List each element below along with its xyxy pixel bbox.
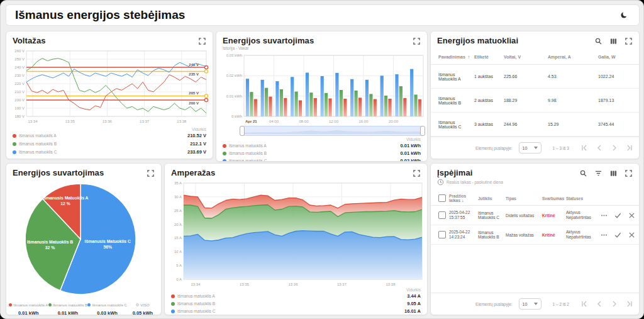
col-status[interactable]: Statuses [566, 196, 600, 201]
last-page-icon[interactable] [626, 301, 633, 308]
svg-text:08:00: 08:00 [299, 120, 309, 123]
row-checkbox[interactable] [438, 231, 446, 238]
voltage-line-chart: 180 V190 V200 V210 V220 V230 V240 V250 V… [9, 48, 211, 125]
svg-text:Išmanusis Matuoklis A: Išmanusis Matuoklis A [43, 196, 89, 200]
svg-text:12:00: 12:00 [329, 120, 339, 123]
brush-handle-left[interactable] [240, 126, 245, 136]
acknowledge-icon[interactable] [614, 211, 622, 220]
col-volts[interactable]: Voltai, V [504, 55, 548, 59]
header-bar: Išmanus energijos stebėjimas [6, 4, 640, 26]
pie-legend: Išmanus matuoklis A 0.01 kWh Išmanus mat… [9, 298, 158, 315]
search-icon[interactable] [579, 169, 587, 177]
select-all-checkbox[interactable] [438, 194, 446, 202]
sort-asc-icon: ↑ [468, 55, 470, 59]
svg-text:5 A: 5 A [176, 264, 182, 267]
col-amps[interactable]: Amperai, A [548, 55, 598, 59]
fullscreen-icon[interactable] [413, 37, 421, 45]
fullscreen-icon[interactable] [625, 169, 633, 177]
panel-energy-bars: Energijos suvartojimas Istorija - Vakar … [216, 31, 428, 162]
svg-text:20 A: 20 A [174, 223, 182, 227]
page-size-select[interactable]: 10 [519, 142, 541, 154]
page-range: 1 – 3 iš 3 [553, 146, 569, 150]
more-actions-icon[interactable] [600, 231, 608, 239]
svg-text:240 V: 240 V [14, 65, 25, 69]
svg-text:15 A: 15 A [174, 236, 182, 240]
legend-item: Išmanus matuoklis B 0.01 kWh [48, 298, 88, 315]
col-sensor[interactable]: Jutiklis [478, 196, 506, 201]
search-icon[interactable] [594, 37, 602, 45]
col-severity[interactable]: Svarbumas [542, 196, 566, 201]
fullscreen-icon[interactable] [625, 37, 633, 45]
prev-page-icon[interactable] [596, 145, 602, 152]
acknowledge-icon[interactable] [614, 231, 622, 239]
svg-text:235 V: 235 V [189, 72, 199, 76]
col-name[interactable]: Pavadinimas ↑ [438, 55, 474, 59]
svg-text:56%: 56% [103, 245, 112, 249]
svg-text:180 V: 180 V [14, 115, 25, 118]
fullscreen-icon[interactable] [147, 169, 155, 177]
svg-text:25 A: 25 A [174, 209, 182, 213]
legend-row: Išmanus matuoklis C0.02 kWh [223, 158, 421, 162]
panel-alarms: Įspėjimai Realus laikas - paskutinė dien… [430, 163, 640, 315]
svg-text:13:35: 13:35 [65, 120, 75, 123]
row-checkbox[interactable] [438, 211, 446, 219]
page-range: 1 – 2 iš 2 [553, 302, 569, 306]
fullscreen-icon[interactable] [198, 37, 206, 45]
legend-row: Išmanus matuoklis C233.69 V [13, 149, 206, 155]
brush-handle-right[interactable] [420, 126, 425, 136]
filter-icon[interactable] [594, 169, 602, 177]
time-range-brush[interactable] [240, 126, 425, 136]
svg-text:13:38: 13:38 [386, 283, 396, 286]
table-row[interactable]: Išmanus Matuoklis C3 aukštas244.9615.293… [431, 113, 639, 137]
first-page-icon[interactable] [580, 301, 587, 308]
prev-page-icon[interactable] [596, 301, 602, 308]
col-start-time[interactable]: Pradžios laikas↓ [449, 194, 478, 203]
series-a-dot [171, 294, 175, 298]
col-type[interactable]: Tipas [506, 196, 542, 201]
next-page-icon[interactable] [611, 301, 618, 308]
svg-text:13:36: 13:36 [103, 120, 113, 123]
svg-text:13:36: 13:36 [288, 283, 298, 286]
table-row[interactable]: Išmanus Matuoklis A1 aukštas225.664.5310… [431, 65, 639, 89]
panel-voltage: Voltažas 180 V190 V200 V210 V220 V230 V2… [6, 31, 213, 159]
dashboard: Išmanus energijos stebėjimas Voltažas 18… [0, 0, 644, 319]
fullscreen-icon[interactable] [413, 169, 421, 177]
legend-row: Išmanus matuoklis A210.52 V [13, 133, 206, 138]
columns-icon[interactable] [609, 169, 618, 177]
panel-amperage: Amperažas 0 A5 A10 A15 A20 A25 A30 A35 A… [164, 163, 428, 315]
legend-row: Išmanus matuoklis B212.1 V [13, 141, 206, 147]
series-c-dot [171, 310, 175, 313]
svg-text:190 V: 190 V [14, 106, 25, 110]
next-page-icon[interactable] [611, 145, 618, 152]
legend-item: Išmanus matuoklis C 0.03 kWh [87, 298, 127, 315]
alarm-row[interactable]: 2025-04-2215:37:55 Išmanus Matuoklis C D… [431, 206, 639, 225]
moon-icon [619, 11, 628, 20]
page-title: Išmanus energijos stebėjimas [15, 8, 185, 22]
first-page-icon[interactable] [580, 145, 587, 152]
svg-text:0.02 kWh: 0.02 kWh [226, 74, 242, 77]
more-actions-icon[interactable] [600, 211, 608, 220]
legend-header: Vidurkis [13, 127, 206, 132]
last-page-icon[interactable] [626, 145, 633, 152]
table-row[interactable]: Išmanus Matuoklis B2 aukštas188.299.9818… [431, 89, 639, 113]
paginator: Elementų puslapyje: 10 1 – 2 iš 2 [431, 293, 639, 315]
svg-text:0 A: 0 A [176, 277, 182, 281]
clear-icon[interactable] [628, 211, 636, 220]
chevron-down-icon [534, 147, 538, 149]
page-size-select[interactable]: 10 [519, 298, 541, 310]
col-label[interactable]: Etiketė [474, 55, 504, 59]
svg-text:13:37: 13:37 [337, 283, 347, 286]
svg-text:12 %: 12 % [60, 201, 70, 206]
svg-text:13:34: 13:34 [28, 120, 38, 123]
columns-icon[interactable] [609, 37, 618, 45]
clear-icon[interactable] [628, 231, 636, 239]
panel-title: Amperažas [171, 168, 215, 177]
legend-item-total: VISO 0.05 kWh [127, 298, 158, 315]
panel-subtitle: Istorija - Vakar [216, 45, 427, 50]
dark-mode-toggle[interactable] [618, 9, 630, 21]
svg-text:230 V: 230 V [14, 74, 25, 77]
alarm-row[interactable]: 2025-04-2214:23:24 Išmanus Matuoklis B M… [431, 225, 639, 245]
amperage-legend: Vidurkis Išmanus matuoklis A3.44 A Išman… [171, 288, 421, 315]
bars-legend: Vidurkis Išmanus matuoklis A0.01 kWh Išm… [223, 137, 421, 162]
col-power[interactable]: Galia, W [598, 55, 631, 59]
